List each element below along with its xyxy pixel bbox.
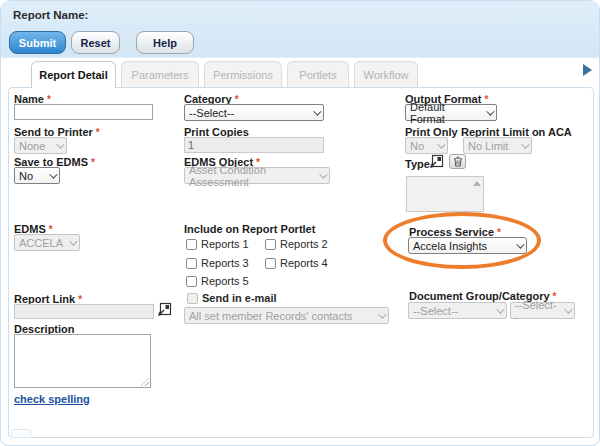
include-report-portlet-label: Include on Report Portlet — [184, 223, 315, 235]
type-listbox[interactable] — [406, 176, 484, 212]
chevron-down-icon — [313, 107, 321, 115]
checkbox-icon[interactable] — [186, 239, 197, 250]
submit-button[interactable]: Submit — [9, 31, 66, 54]
panel-edge-tab — [11, 429, 31, 438]
checkbox-reports-3[interactable]: Reports 3 — [186, 257, 249, 269]
process-service-select[interactable]: Accela Insights — [408, 237, 527, 254]
chevron-down-icon — [56, 140, 64, 148]
chevron-down-icon — [564, 305, 572, 313]
report-editor-window: Report Name: Submit Reset Help Report De… — [0, 0, 600, 446]
chevron-down-icon — [319, 170, 327, 178]
output-format-select[interactable]: Default Format — [405, 104, 497, 121]
reset-button[interactable]: Reset — [71, 31, 120, 54]
description-textarea[interactable] — [14, 334, 151, 388]
edms-select[interactable]: ACCELA — [14, 234, 80, 251]
document-category-select[interactable]: --Select-- — [510, 302, 575, 319]
document-group-select[interactable]: --Select-- — [408, 302, 507, 319]
tab-permissions[interactable]: Permissions — [204, 61, 282, 87]
checkbox-reports-1[interactable]: Reports 1 — [186, 238, 249, 250]
checkbox-icon[interactable] — [186, 258, 197, 269]
check-spelling-link[interactable]: check spelling — [14, 393, 90, 405]
trash-icon — [453, 156, 463, 167]
chevron-down-icon — [69, 237, 77, 245]
save-to-edms-select[interactable]: No — [14, 167, 60, 184]
category-select[interactable]: --Select-- — [184, 104, 324, 121]
type-delete-button[interactable] — [449, 154, 466, 169]
chevron-down-icon — [496, 305, 504, 313]
send-in-email-select[interactable]: All set member Records' contacts — [184, 307, 389, 324]
chevron-down-icon — [378, 310, 386, 318]
chevron-down-icon — [486, 107, 494, 115]
edms-object-select[interactable]: Asset Condition Assessment — [184, 167, 330, 184]
tab-portlets[interactable]: Portlets — [287, 61, 349, 87]
report-detail-panel: Name* Category* --Select-- Output Format… — [8, 87, 594, 438]
checkbox-icon[interactable] — [187, 293, 198, 304]
name-input[interactable] — [14, 104, 153, 120]
send-to-printer-select[interactable]: None — [14, 137, 67, 154]
header-bar: Report Name: Submit Reset Help — [1, 1, 599, 58]
checkbox-icon[interactable] — [186, 276, 197, 287]
report-link-input[interactable] — [14, 304, 154, 319]
checkbox-reports-4[interactable]: Reports 4 — [265, 257, 328, 269]
checkbox-reports-2[interactable]: Reports 2 — [265, 238, 328, 250]
type-picker-icon[interactable] — [429, 154, 444, 169]
checkbox-icon[interactable] — [265, 258, 276, 269]
chevron-down-icon — [516, 240, 524, 248]
tab-report-detail[interactable]: Report Detail — [31, 61, 116, 88]
tab-scroll-right-icon[interactable] — [583, 64, 592, 76]
send-in-email-checkbox[interactable]: Send in e-mail — [187, 292, 277, 304]
report-name-label: Report Name: — [13, 9, 88, 21]
print-only-select[interactable]: No — [405, 137, 448, 154]
chevron-down-icon — [521, 140, 529, 148]
checkbox-icon[interactable] — [265, 239, 276, 250]
chevron-down-icon — [49, 170, 57, 178]
reprint-limit-select[interactable]: No Limit — [463, 137, 532, 154]
print-copies-input[interactable] — [184, 137, 324, 153]
scroll-up-icon[interactable] — [473, 181, 481, 186]
tab-parameters[interactable]: Parameters — [121, 61, 199, 87]
report-link-picker-icon[interactable] — [157, 302, 172, 317]
tab-workflow[interactable]: Workflow — [354, 61, 418, 87]
chevron-down-icon — [437, 140, 445, 148]
help-button[interactable]: Help — [136, 31, 194, 54]
checkbox-reports-5[interactable]: Reports 5 — [186, 275, 249, 287]
